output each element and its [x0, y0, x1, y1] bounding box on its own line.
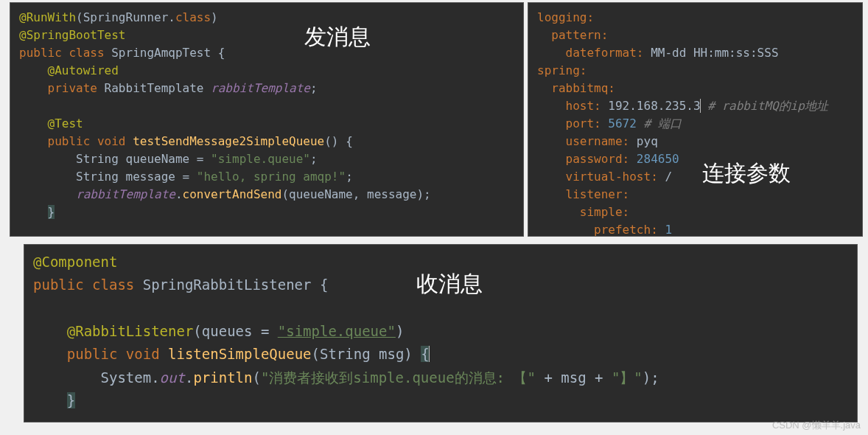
yaml-config-panel: logging: pattern: dateformat: MM-dd HH:m…	[528, 2, 863, 237]
send-message-label: 发消息	[304, 22, 371, 52]
java-sender-code[interactable]: @RunWith(SpringRunner.class) @SpringBoot…	[19, 9, 514, 221]
java-sender-code-panel: @RunWith(SpringRunner.class) @SpringBoot…	[10, 2, 524, 237]
yaml-config-code[interactable]: logging: pattern: dateformat: MM-dd HH:m…	[537, 9, 853, 237]
connection-params-label: 连接参数	[702, 159, 791, 189]
csdn-watermark: CSDN @懒羊羊.java	[772, 419, 861, 432]
receive-message-label: 收消息	[416, 269, 483, 299]
